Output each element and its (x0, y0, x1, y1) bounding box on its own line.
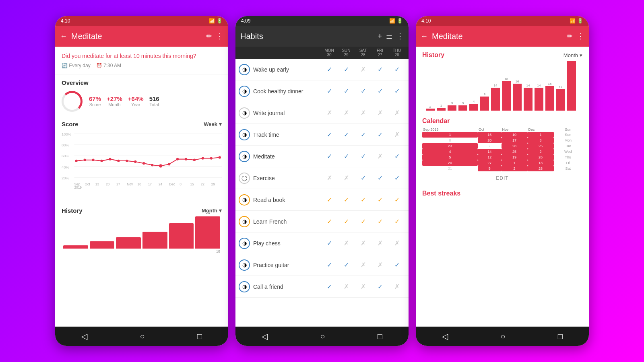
check-cook-5[interactable]: ✓ (388, 87, 405, 95)
check-track-3[interactable]: ✓ (355, 131, 372, 138)
check-wake-3[interactable]: ✗ (355, 66, 372, 73)
check-fr-1[interactable]: ✓ (321, 218, 338, 225)
edit-icon-right[interactable]: ✏ (567, 32, 573, 41)
check-wake-2[interactable]: ✓ (338, 66, 355, 73)
cal-cell[interactable]: 2 (528, 149, 554, 154)
check-friend-1[interactable]: ✓ (321, 283, 338, 290)
cal-cell[interactable]: 28 (502, 143, 528, 149)
check-friend-5[interactable]: ✗ (388, 283, 405, 290)
check-guitar-1[interactable]: ✓ (321, 261, 338, 269)
check-ex-4[interactable]: ✓ (372, 174, 388, 182)
home-nav-icon-r[interactable]: ○ (500, 332, 505, 341)
cal-cell[interactable]: 10 (502, 132, 528, 138)
home-nav-icon-m[interactable]: ○ (320, 332, 325, 341)
cal-cell[interactable]: 28 (528, 166, 554, 171)
more-icon-left[interactable]: ⋮ (216, 32, 223, 41)
check-friend-2[interactable]: ✗ (338, 283, 355, 290)
check-fr-3[interactable]: ✓ (355, 218, 372, 225)
check-ex-3[interactable]: ✓ (355, 174, 372, 182)
check-friend-4[interactable]: ✓ (372, 283, 388, 290)
cal-cell[interactable]: 25 (502, 149, 528, 154)
back-icon[interactable]: ← (60, 32, 67, 41)
more-icon-right[interactable]: ⋮ (577, 32, 584, 41)
check-guitar-2[interactable]: ✓ (338, 261, 355, 269)
cal-cell[interactable]: 1 (528, 132, 554, 138)
check-chess-5[interactable]: ✗ (388, 239, 405, 247)
back-nav-icon-r[interactable]: ◁ (442, 331, 448, 341)
cal-cell[interactable]: 13 (528, 160, 554, 166)
cal-cell[interactable]: 23 (422, 143, 478, 149)
check-cook-2[interactable]: ✓ (338, 87, 355, 95)
check-read-1[interactable]: ✓ (321, 196, 338, 204)
check-journal-3[interactable]: ✗ (355, 109, 372, 117)
recents-nav-icon[interactable]: □ (197, 332, 202, 341)
cal-cell[interactable]: 8 (422, 138, 478, 143)
check-med-4[interactable]: ✗ (372, 152, 388, 160)
cal-cell[interactable]: 12 (478, 154, 501, 160)
check-read-3[interactable]: ✓ (355, 196, 372, 204)
check-wake-4[interactable]: ✓ (372, 66, 388, 73)
cal-cell[interactable]: 17 (502, 138, 528, 143)
history-period-right[interactable]: Month ▾ (564, 52, 582, 58)
check-journal-2[interactable]: ✗ (338, 109, 355, 117)
back-nav-icon[interactable]: ◁ (81, 331, 87, 341)
cal-cell[interactable]: 26 (528, 154, 554, 160)
check-track-2[interactable]: ✓ (338, 131, 355, 138)
check-med-3[interactable]: ✓ (355, 152, 372, 160)
cal-cell[interactable]: 1 (422, 132, 478, 138)
cal-cell[interactable]: 7 (478, 143, 501, 149)
check-journal-4[interactable]: ✗ (372, 109, 388, 117)
cal-cell[interactable]: 25 (528, 143, 554, 149)
check-med-5[interactable]: ✓ (388, 152, 405, 160)
check-track-1[interactable]: ✓ (321, 131, 338, 138)
check-guitar-4[interactable]: ✗ (372, 261, 388, 269)
check-chess-4[interactable]: ✗ (372, 239, 388, 247)
cal-cell[interactable]: 20 (478, 138, 501, 143)
score-period-dropdown[interactable]: Week ▾ (204, 121, 222, 127)
check-ex-1[interactable]: ✗ (321, 174, 338, 182)
check-cook-3[interactable]: ✓ (355, 87, 372, 95)
add-icon[interactable]: + (378, 32, 382, 41)
cal-cell[interactable]: 14 (478, 149, 501, 154)
check-journal-5[interactable]: ✗ (388, 109, 405, 117)
cal-cell[interactable]: 5 (478, 166, 501, 171)
check-med-1[interactable]: ✓ (321, 152, 338, 160)
cal-cell[interactable]: 5 (422, 154, 478, 160)
home-nav-icon[interactable]: ○ (140, 332, 144, 341)
cal-cell[interactable]: 21 (422, 166, 478, 171)
check-journal-1[interactable]: ✗ (321, 109, 338, 117)
check-fr-4[interactable]: ✓ (372, 218, 388, 225)
check-guitar-5[interactable]: ✓ (388, 261, 405, 269)
check-ex-5[interactable]: ✓ (388, 174, 405, 182)
cal-cell[interactable]: 27 (478, 160, 501, 166)
back-icon-right[interactable]: ← (421, 32, 428, 41)
recents-nav-icon-m[interactable]: □ (378, 332, 382, 341)
check-read-2[interactable]: ✓ (338, 196, 355, 204)
cal-cell[interactable]: 19 (502, 154, 528, 160)
edit-button[interactable]: EDIT (422, 173, 582, 183)
cal-cell[interactable]: 15 (478, 132, 501, 138)
check-track-4[interactable]: ✓ (372, 131, 388, 138)
check-read-4[interactable]: ✓ (372, 196, 388, 204)
check-wake-5[interactable]: ✓ (388, 66, 405, 73)
check-friend-3[interactable]: ✗ (355, 283, 372, 290)
cal-cell[interactable]: 4 (422, 149, 478, 154)
check-wake-1[interactable]: ✓ (321, 66, 338, 73)
cal-cell[interactable]: 2 (502, 166, 528, 171)
cal-cell[interactable]: 20 (422, 160, 478, 166)
check-chess-2[interactable]: ✗ (338, 239, 355, 247)
check-med-2[interactable]: ✓ (338, 152, 355, 160)
cal-cell[interactable]: 8 (528, 138, 554, 143)
check-ex-2[interactable]: ✗ (338, 174, 355, 182)
edit-icon-left[interactable]: ✏ (206, 32, 212, 41)
check-guitar-3[interactable]: ✗ (355, 261, 372, 269)
check-read-5[interactable]: ✓ (388, 196, 405, 204)
check-chess-3[interactable]: ✗ (355, 239, 372, 247)
cal-cell[interactable]: 1 (502, 160, 528, 166)
check-track-5[interactable]: ✗ (388, 131, 405, 138)
check-cook-1[interactable]: ✓ (321, 87, 338, 95)
check-chess-1[interactable]: ✓ (321, 239, 338, 247)
recents-nav-icon-r[interactable]: □ (558, 332, 563, 341)
filter-icon[interactable]: ⚌ (386, 32, 392, 41)
check-cook-4[interactable]: ✓ (372, 87, 388, 95)
